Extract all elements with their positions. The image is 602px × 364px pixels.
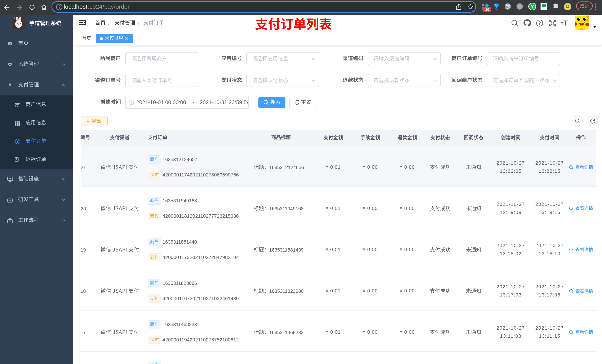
svg-text:¥: ¥	[17, 140, 19, 144]
svg-text:?: ?	[538, 21, 541, 26]
